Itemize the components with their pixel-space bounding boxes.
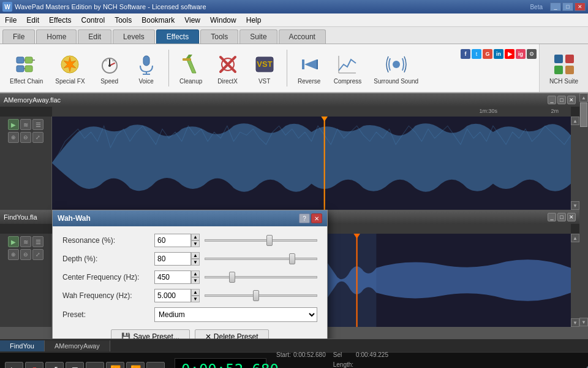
- toolbar-speed[interactable]: Speed: [92, 50, 127, 87]
- maximize-button[interactable]: □: [562, 2, 573, 11]
- track1-play-btn[interactable]: ▶: [8, 119, 19, 130]
- wah-freq-up[interactable]: ▲: [191, 289, 200, 296]
- track2-close[interactable]: ✕: [567, 213, 576, 221]
- google-icon[interactable]: G: [483, 49, 492, 59]
- loop-button[interactable]: ↺: [45, 362, 64, 369]
- tab-account[interactable]: Account: [279, 29, 326, 44]
- track2-play-btn[interactable]: ▶: [8, 236, 19, 247]
- depth-up[interactable]: ▲: [191, 252, 200, 259]
- track2-scrollbar[interactable]: ▲ ▼: [571, 234, 579, 327]
- track1-menu-btn[interactable]: ☰: [32, 119, 43, 130]
- toolbar-vst[interactable]: VST VST: [247, 50, 282, 87]
- tab-tools[interactable]: Tools: [200, 29, 238, 44]
- close-button[interactable]: ✕: [575, 2, 586, 11]
- tab-levels[interactable]: Levels: [113, 29, 155, 44]
- wah-freq-slider[interactable]: [205, 290, 317, 301]
- track2-scroll-track[interactable]: [571, 242, 579, 318]
- menu-file[interactable]: File: [0, 15, 21, 26]
- preset-select[interactable]: Medium Slow Fast Heavy Light: [154, 307, 317, 322]
- menu-view[interactable]: View: [179, 15, 205, 26]
- menu-bookmark[interactable]: Bookmark: [137, 15, 179, 26]
- track1-scrollbar[interactable]: ▲ ▼: [571, 117, 579, 210]
- dialog-help-button[interactable]: ?: [299, 213, 310, 223]
- toolbar-special-fx[interactable]: Special FX: [50, 50, 89, 87]
- bottom-tab-amemoryaway[interactable]: AMemoryAway: [45, 340, 110, 351]
- track2-maximize[interactable]: □: [557, 213, 566, 221]
- track2-zoom-out[interactable]: ⊖: [20, 249, 31, 260]
- menu-edit[interactable]: Edit: [21, 15, 44, 26]
- resonance-spin[interactable]: ▲ ▼: [191, 234, 200, 247]
- resonance-slider[interactable]: [205, 235, 317, 246]
- toolbar-compress[interactable]: Compress: [329, 50, 367, 87]
- track2-minimize[interactable]: _: [548, 213, 556, 221]
- main-scrollbar[interactable]: ▲ ▼: [579, 93, 588, 326]
- twitter-icon[interactable]: t: [472, 49, 481, 59]
- track1-zoom-in[interactable]: ⊕: [8, 132, 19, 143]
- instagram-icon[interactable]: ig: [516, 49, 526, 59]
- delete-preset-button[interactable]: ✕ Delete Preset: [195, 329, 269, 339]
- more-social-icon[interactable]: ⚙: [527, 49, 537, 59]
- play-button[interactable]: ▶: [5, 362, 23, 369]
- wah-freq-slider-thumb[interactable]: [253, 290, 259, 301]
- bottom-tab-findyou[interactable]: FindYou: [0, 340, 45, 351]
- center-freq-spin[interactable]: ▲ ▼: [191, 270, 200, 284]
- center-freq-input[interactable]: [154, 270, 191, 284]
- depth-spin[interactable]: ▲ ▼: [191, 252, 200, 266]
- track2-zoom-in[interactable]: ⊕: [8, 249, 19, 260]
- center-freq-down[interactable]: ▼: [191, 277, 200, 284]
- main-scroll-down[interactable]: ▼: [579, 318, 588, 326]
- track2-scroll-down[interactable]: ▼: [571, 318, 579, 327]
- record-button[interactable]: ⏺: [25, 362, 43, 369]
- toolbar-voice[interactable]: Voice: [129, 50, 164, 87]
- window-controls[interactable]: _ □ ✕: [550, 2, 586, 11]
- track1-scroll-track[interactable]: [571, 125, 579, 201]
- track1-fit[interactable]: ⤢: [32, 132, 43, 143]
- resonance-up[interactable]: ▲: [191, 234, 200, 240]
- menu-control[interactable]: Control: [77, 15, 110, 26]
- stop-button[interactable]: ⏹: [66, 362, 84, 369]
- track2-fit[interactable]: ⤢: [32, 249, 43, 260]
- track2-menu-btn[interactable]: ☰: [32, 236, 43, 247]
- tab-edit[interactable]: Edit: [78, 29, 111, 44]
- toolbar-cleanup[interactable]: Cleanup: [174, 50, 208, 87]
- track1-scroll-up[interactable]: ▲: [571, 117, 579, 125]
- toolbar-reverse[interactable]: Reverse: [292, 50, 326, 87]
- track2-waveform-btn[interactable]: ≋: [20, 236, 31, 247]
- track1-scroll-down[interactable]: ▼: [571, 201, 579, 210]
- rewind-button[interactable]: ⏪: [106, 362, 124, 369]
- depth-slider[interactable]: [205, 253, 317, 264]
- resonance-down[interactable]: ▼: [191, 240, 200, 247]
- track2-scroll-up[interactable]: ▲: [571, 234, 579, 242]
- track1-minimize[interactable]: _: [548, 96, 556, 104]
- youtube-icon[interactable]: ▶: [505, 49, 514, 59]
- center-freq-slider[interactable]: [205, 272, 317, 283]
- track1-close[interactable]: ✕: [567, 96, 576, 104]
- toolbar-directx[interactable]: DirectX: [211, 50, 245, 87]
- facebook-icon[interactable]: f: [461, 49, 470, 59]
- main-scroll-track[interactable]: [579, 102, 588, 318]
- center-freq-slider-thumb[interactable]: [229, 272, 235, 283]
- tab-suite[interactable]: Suite: [239, 29, 277, 44]
- resonance-slider-thumb[interactable]: [266, 235, 273, 246]
- forward-button[interactable]: ⏩: [126, 362, 145, 369]
- wah-freq-spin[interactable]: ▲ ▼: [191, 289, 200, 302]
- center-freq-up[interactable]: ▲: [191, 270, 200, 277]
- resonance-input[interactable]: [154, 234, 191, 247]
- prev-button[interactable]: ⏮: [86, 362, 104, 369]
- wah-freq-input[interactable]: [154, 289, 191, 302]
- tab-file[interactable]: File: [2, 29, 35, 44]
- minimize-button[interactable]: _: [550, 2, 561, 11]
- main-scroll-up[interactable]: ▲: [579, 93, 588, 102]
- toolbar-effect-chain[interactable]: Effect Chain: [5, 50, 48, 87]
- dialog-close-button[interactable]: ✕: [311, 213, 322, 223]
- menu-effects[interactable]: Effects: [44, 15, 76, 26]
- wah-freq-down[interactable]: ▼: [191, 296, 200, 302]
- menu-tools[interactable]: Tools: [110, 15, 137, 26]
- tab-effects[interactable]: Effects: [156, 29, 199, 44]
- toolbar-surround[interactable]: Surround Sound: [369, 50, 423, 87]
- track1-waveform-btn[interactable]: ≋: [20, 119, 31, 130]
- next-button[interactable]: ⏭: [146, 362, 165, 369]
- main-scroll-thumb[interactable]: [580, 102, 587, 127]
- save-preset-button[interactable]: 💾 Save Preset...: [111, 329, 189, 339]
- menu-help[interactable]: Help: [241, 15, 266, 26]
